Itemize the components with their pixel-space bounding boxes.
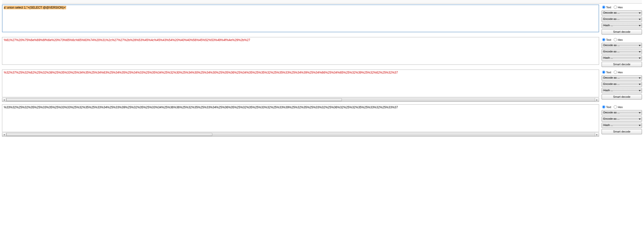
radio-text-label[interactable]: Text (602, 6, 611, 9)
text-panel-wrap: %61%27%20%75%6e%69%6f%6e%20%73%65%6c%65%… (2, 37, 599, 67)
hash-select[interactable]: Hash ... (602, 55, 642, 61)
encode-as-select[interactable]: Encode as ... (602, 82, 642, 87)
format-radio-group: TextHex (602, 5, 642, 9)
radio-text[interactable] (602, 105, 605, 109)
text-area[interactable]: %32%37%25%32%62%25%32%38%25%35%33%25%34%… (2, 70, 599, 97)
radio-text-text: Text (606, 38, 611, 41)
smart-decode-label: Smart decode (613, 130, 630, 133)
horizontal-scrollbar[interactable]: ◄► (2, 98, 599, 102)
text-content: a' union select 1,''+(SELECT @@VERSION)+… (4, 6, 66, 9)
scroll-thumb[interactable] (6, 133, 212, 136)
decode-as-select[interactable]: Decode as ... (602, 10, 642, 16)
controls-column: TextHexDecode as ...Encode as ...Hash ..… (602, 5, 642, 35)
radio-hex-text: Hex (618, 71, 623, 74)
radio-hex-label[interactable]: Hex (614, 38, 623, 41)
radio-text-label[interactable]: Text (602, 105, 611, 109)
decoder-row: %33%32%25%32%35%25%33%35%25%33%33%25%32%… (2, 104, 642, 137)
format-radio-group: TextHex (602, 38, 642, 42)
smart-decode-button[interactable]: Smart decode (602, 94, 642, 100)
text-panel-wrap: %32%37%25%32%62%25%32%38%25%35%33%25%34%… (2, 70, 599, 102)
text-area[interactable]: a' union select 1,''+(SELECT @@VERSION)+… (2, 5, 599, 32)
scroll-thumb[interactable] (6, 98, 342, 101)
radio-text[interactable] (602, 38, 605, 41)
radio-hex[interactable] (614, 71, 617, 74)
radio-hex-label[interactable]: Hex (614, 6, 623, 9)
decode-as-select[interactable]: Decode as ... (602, 75, 642, 81)
hash-select[interactable]: Hash ... (602, 123, 642, 128)
controls-column: TextHexDecode as ...Encode as ...Hash ..… (602, 70, 642, 102)
scroll-track[interactable] (6, 133, 595, 136)
scroll-left-icon[interactable]: ◄ (2, 133, 6, 136)
hash-label: Hash ... (603, 56, 613, 59)
encode-as-label: Encode as ... (603, 50, 620, 53)
radio-hex-label[interactable]: Hex (614, 105, 623, 109)
text-area[interactable]: %61%27%20%75%6e%69%6f%6e%20%73%65%6c%65%… (2, 37, 599, 65)
decode-as-label: Decode as ... (603, 111, 620, 114)
smart-decode-label: Smart decode (613, 63, 630, 66)
encode-as-label: Encode as ... (603, 82, 620, 85)
encode-as-label: Encode as ... (603, 17, 620, 20)
horizontal-scrollbar[interactable]: ◄► (2, 133, 599, 137)
radio-text-text: Text (606, 71, 611, 74)
text-panel-wrap: %33%32%25%32%35%25%33%35%25%33%33%25%32%… (2, 104, 599, 137)
scroll-right-icon[interactable]: ► (595, 133, 599, 136)
radio-text-text: Text (606, 106, 611, 109)
text-content: %32%37%25%32%62%25%32%38%25%35%33%25%34%… (4, 71, 398, 74)
hash-label: Hash ... (603, 89, 613, 92)
radio-text[interactable] (602, 6, 605, 9)
decoder-row: %32%37%25%32%62%25%32%38%25%35%33%25%34%… (2, 70, 642, 102)
encode-as-select[interactable]: Encode as ... (602, 49, 642, 54)
smart-decode-label: Smart decode (613, 95, 630, 98)
hash-label: Hash ... (603, 24, 613, 27)
decoder-row: a' union select 1,''+(SELECT @@VERSION)+… (2, 5, 642, 35)
radio-text[interactable] (602, 71, 605, 74)
radio-hex-text: Hex (618, 6, 623, 9)
text-content: %33%32%25%32%35%25%33%35%25%33%33%25%32%… (4, 106, 398, 109)
decode-as-label: Decode as ... (603, 11, 620, 14)
controls-column: TextHexDecode as ...Encode as ...Hash ..… (602, 37, 642, 67)
decode-as-label: Decode as ... (603, 76, 620, 79)
encode-as-select[interactable]: Encode as ... (602, 116, 642, 122)
text-content: %61%27%20%75%6e%69%6f%6e%20%73%65%6c%65%… (4, 38, 250, 42)
text-panel-wrap: a' union select 1,''+(SELECT @@VERSION)+… (2, 5, 599, 35)
smart-decode-label: Smart decode (613, 30, 630, 33)
radio-hex[interactable] (614, 6, 617, 9)
radio-hex-text: Hex (618, 38, 623, 41)
decode-as-select[interactable]: Decode as ... (602, 110, 642, 115)
hash-select[interactable]: Hash ... (602, 88, 642, 93)
controls-column: TextHexDecode as ...Encode as ...Hash ..… (602, 104, 642, 137)
scroll-right-icon[interactable]: ► (595, 98, 599, 102)
radio-hex-label[interactable]: Hex (614, 71, 623, 74)
hash-select[interactable]: Hash ... (602, 23, 642, 28)
decode-as-select[interactable]: Decode as ... (602, 43, 642, 48)
radio-text-label[interactable]: Text (602, 38, 611, 41)
radio-text-label[interactable]: Text (602, 71, 611, 74)
text-area[interactable]: %33%32%25%32%35%25%33%35%25%33%33%25%32%… (2, 104, 599, 132)
smart-decode-button[interactable]: Smart decode (602, 62, 642, 67)
encode-as-select[interactable]: Encode as ... (602, 17, 642, 22)
decoder-row: %61%27%20%75%6e%69%6f%6e%20%73%65%6c%65%… (2, 37, 642, 67)
scroll-track[interactable] (6, 98, 595, 102)
top-divider (2, 0, 642, 4)
scroll-left-icon[interactable]: ◄ (2, 98, 6, 102)
decode-as-label: Decode as ... (603, 44, 620, 47)
smart-decode-button[interactable]: Smart decode (602, 129, 642, 134)
format-radio-group: TextHex (602, 70, 642, 74)
radio-hex-text: Hex (618, 106, 623, 109)
smart-decode-button[interactable]: Smart decode (602, 29, 642, 35)
encode-as-label: Encode as ... (603, 117, 620, 120)
format-radio-group: TextHex (602, 105, 642, 109)
hash-label: Hash ... (603, 123, 613, 126)
radio-text-text: Text (606, 6, 611, 9)
radio-hex[interactable] (614, 38, 617, 41)
radio-hex[interactable] (614, 105, 617, 109)
